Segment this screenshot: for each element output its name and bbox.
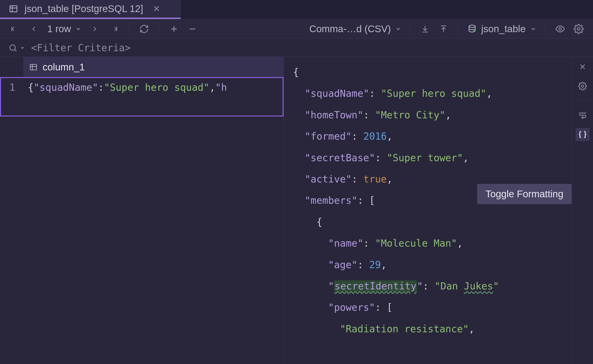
table-name-label: json_table — [481, 23, 526, 34]
close-tab-icon[interactable]: ✕ — [153, 4, 160, 14]
row-number[interactable]: 1 — [1, 78, 24, 116]
soft-wrap-button[interactable] — [576, 109, 590, 122]
search-icon — [8, 43, 18, 52]
reload-button[interactable] — [138, 23, 150, 35]
filter-bar[interactable]: <Filter Criteria> — [0, 39, 593, 57]
chevron-down-icon[interactable] — [20, 46, 25, 50]
filter-placeholder: <Filter Criteria> — [31, 42, 131, 53]
database-icon — [468, 24, 477, 33]
tab-bar: json_table [PostgreSQL 12] ✕ — [0, 0, 593, 19]
add-row-button[interactable] — [168, 23, 180, 35]
download-button[interactable] — [419, 23, 431, 35]
svg-rect-19 — [30, 64, 37, 70]
table-row[interactable]: 1 {"squadName":"Super hero squad","h — [0, 77, 284, 117]
toggle-formatting-button[interactable] — [576, 128, 590, 141]
svg-line-17 — [15, 50, 17, 52]
svg-point-12 — [469, 25, 475, 27]
next-page-button[interactable] — [89, 23, 101, 35]
export-format-dropdown[interactable]: Comma-…d (CSV) — [309, 23, 401, 34]
prev-page-button[interactable] — [28, 23, 40, 35]
value-editor-rail — [572, 57, 593, 364]
tab-json-table[interactable]: json_table [PostgreSQL 12] ✕ — [0, 0, 181, 19]
remove-row-button[interactable] — [186, 23, 199, 35]
format-label: Comma-…d (CSV) — [309, 23, 391, 34]
panel-settings-button[interactable] — [576, 80, 590, 93]
target-table-dropdown[interactable]: json_table — [468, 23, 536, 34]
upload-button[interactable] — [437, 23, 450, 35]
close-panel-button[interactable] — [576, 60, 590, 73]
svg-point-14 — [559, 28, 561, 30]
json-viewer[interactable]: { "squadName": "Super hero squad", "home… — [284, 57, 572, 364]
first-page-button[interactable] — [8, 23, 20, 35]
settings-button[interactable] — [573, 23, 585, 35]
column-header-column-1[interactable]: column_1 — [24, 57, 284, 77]
svg-point-15 — [578, 28, 580, 30]
row-count-dropdown[interactable]: 1 row — [47, 23, 81, 34]
tooltip-text: Toggle Formatting — [486, 188, 563, 199]
tooltip: Toggle Formatting — [477, 184, 572, 204]
table-icon — [9, 4, 18, 13]
cell-column-1[interactable]: {"squadName":"Super hero squad","h — [24, 78, 283, 116]
row-gutter-header[interactable] — [0, 57, 24, 77]
svg-point-16 — [10, 45, 15, 50]
last-page-button[interactable] — [108, 23, 120, 35]
column-icon — [29, 63, 38, 71]
svg-marker-18 — [21, 47, 24, 49]
row-count-label: 1 row — [47, 23, 71, 34]
column-header-row: column_1 — [0, 57, 284, 77]
column-header-label: column_1 — [43, 62, 85, 73]
tab-title: json_table [PostgreSQL 12] — [25, 3, 143, 14]
toolbar: 1 row Comma-…d (CSV) — [0, 19, 593, 39]
view-button[interactable] — [554, 23, 566, 35]
svg-rect-0 — [10, 6, 17, 12]
data-grid: column_1 1 {"squadName":"Super hero squa… — [0, 57, 284, 364]
svg-point-13 — [473, 30, 475, 32]
svg-point-24 — [581, 85, 584, 87]
